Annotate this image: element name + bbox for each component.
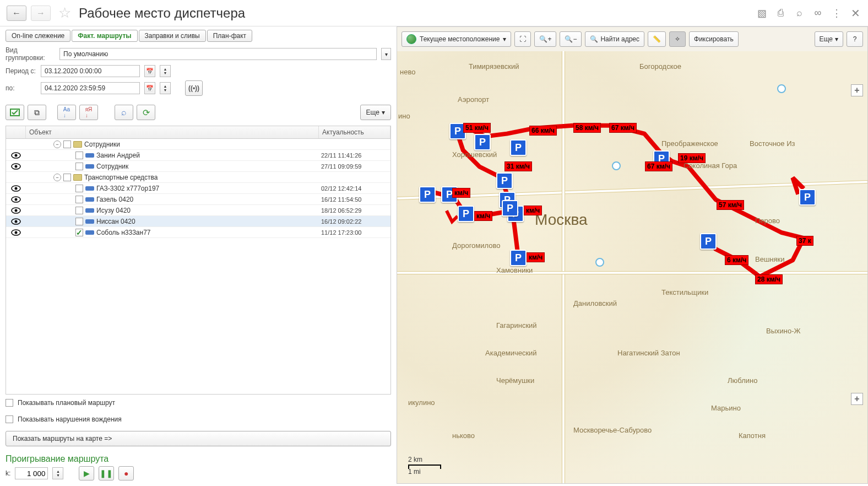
nav-forward[interactable]: → (31, 6, 51, 21)
parking-icon[interactable]: P (510, 139, 527, 156)
checkbox[interactable] (63, 174, 71, 181)
collapse-icon[interactable]: − (53, 141, 61, 148)
k-spinner[interactable]: ▲▼ (52, 467, 63, 479)
map-place-label: Марьино (711, 404, 741, 412)
map-place-label: Аэропорт (458, 95, 489, 104)
preview-icon[interactable]: ⌕ (793, 7, 805, 19)
object-row[interactable]: Сотрудник 27/11 09:09:59 (6, 161, 390, 172)
scale-bar: 2 km 1 mi (408, 456, 441, 476)
map-zoomout-button[interactable]: 🔍− (560, 31, 582, 47)
reload-button[interactable]: ⟳ (137, 105, 155, 120)
tab-online[interactable]: On-line слежение (6, 30, 70, 42)
parking-icon[interactable]: P (474, 134, 491, 150)
parking-icon[interactable]: P (510, 250, 527, 266)
spinner-from[interactable]: ▲▼ (160, 65, 171, 77)
save-icon[interactable]: ▧ (756, 7, 768, 19)
print-icon[interactable]: ⎙ (774, 7, 786, 19)
speed-label: 67 км/ч (609, 123, 637, 133)
col-date[interactable]: Актуальность (319, 126, 390, 138)
eye-icon[interactable] (11, 185, 21, 192)
record-button[interactable]: ● (118, 466, 134, 480)
object-row[interactable]: Занин Андрей 22/11 11:41:26 (6, 150, 390, 161)
map-help-button[interactable]: ? (847, 31, 863, 47)
parking-icon[interactable]: P (700, 233, 717, 250)
map-canvas[interactable]: Москва невоТимирязевскийБогородскоеАэроп… (397, 51, 867, 483)
checkbox[interactable] (75, 163, 83, 170)
map-place-label: Выхино-Ж (766, 327, 801, 335)
object-row[interactable]: ГАЗ-3302 х777ор197 02/12 12:42:14 (6, 183, 390, 194)
tab-fact-routes[interactable]: Факт. маршруты (72, 30, 137, 42)
checkbox-show-planned[interactable] (6, 399, 13, 407)
map-place-label: Богородское (639, 62, 681, 71)
vehicle-icon (85, 197, 94, 202)
folder-icon (73, 174, 82, 181)
show-routes-button[interactable]: Показать маршруты на карте => (6, 431, 391, 446)
object-row[interactable]: ✓Соболь н333ан77 11/12 17:23:00 (6, 227, 390, 238)
pause-button[interactable]: ❚❚ (99, 466, 114, 480)
col-object[interactable]: Объект (26, 126, 319, 138)
zoom-in-button[interactable]: + (851, 84, 863, 96)
copy-button[interactable]: ⧉ (28, 105, 46, 120)
group-select-arrow[interactable]: ▾ (381, 48, 391, 60)
play-button[interactable]: ▶ (79, 466, 94, 480)
checkbox[interactable] (75, 152, 83, 159)
metro-icon (777, 84, 786, 93)
collapse-icon[interactable]: − (53, 174, 61, 181)
object-row[interactable]: Ниссан 0420 16/12 09:02:22 (6, 216, 390, 227)
object-row[interactable]: Газель 0420 16/12 11:54:50 (6, 194, 390, 205)
ruler-button[interactable]: 📏 (648, 31, 666, 47)
parking-icon[interactable]: P (502, 200, 518, 217)
checkbox[interactable] (75, 207, 83, 214)
group-row[interactable]: −Транспортные средства (6, 172, 390, 183)
eye-icon[interactable] (11, 163, 21, 170)
sort-asc-button[interactable]: Аа↓ (57, 105, 76, 120)
k-input[interactable] (15, 467, 48, 479)
calendar-icon[interactable]: 📅 (144, 65, 155, 77)
map-layers-button[interactable]: Текущее местоположение ▾ (402, 31, 511, 47)
spinner-to[interactable]: ▲▼ (160, 82, 171, 94)
eye-icon[interactable] (11, 196, 21, 203)
checkbox-show-violations[interactable] (6, 415, 13, 423)
globe-icon (406, 34, 416, 44)
map-zoomin-button[interactable]: 🔍+ (534, 31, 556, 47)
close-icon[interactable]: ✕ (849, 7, 861, 19)
speed-label: 57 км/ч (717, 200, 744, 210)
favorite-star-icon[interactable]: ☆ (58, 4, 71, 21)
parking-icon[interactable]: P (419, 186, 436, 203)
sort-desc-button[interactable]: яЯ↓ (79, 105, 98, 120)
more-button[interactable]: Еще▾ (360, 105, 391, 120)
eye-icon[interactable] (11, 218, 21, 225)
group-row[interactable]: −Сотрудники (6, 139, 390, 150)
refresh-range-button[interactable]: ((•)) (185, 80, 203, 96)
parking-icon[interactable]: P (799, 189, 816, 206)
map-more-button[interactable]: Еще ▾ (815, 31, 843, 47)
parking-icon[interactable]: P (458, 206, 474, 222)
checkbox[interactable] (63, 141, 71, 148)
zoom-out-button[interactable]: + (851, 393, 863, 405)
calendar-icon[interactable]: 📅 (144, 82, 155, 94)
vehicle-icon (85, 230, 94, 235)
map-fullextent-button[interactable]: ⛶ (514, 31, 531, 47)
checkbox[interactable] (75, 196, 83, 203)
select-all-button[interactable] (6, 105, 24, 120)
checkbox[interactable]: ✓ (75, 229, 83, 236)
fix-button[interactable]: Фиксировать (689, 31, 739, 47)
period-from-input[interactable]: 03.12.2020 0:00:00 (41, 65, 140, 77)
eye-icon[interactable] (11, 229, 21, 236)
menu-icon[interactable]: ⋮ (831, 7, 843, 19)
eye-icon[interactable] (11, 152, 21, 159)
period-to-input[interactable]: 04.12.2020 23:59:59 (41, 82, 140, 94)
checkbox[interactable] (75, 185, 83, 192)
search-button[interactable]: ⌕ (115, 105, 133, 120)
eye-icon[interactable] (11, 207, 21, 214)
nav-back[interactable]: ← (7, 6, 26, 21)
group-select[interactable]: По умолчанию (59, 48, 377, 60)
polygon-button[interactable]: ✧ (669, 31, 686, 47)
object-row[interactable]: Исузу 0420 18/12 06:52:29 (6, 205, 390, 216)
link-icon[interactable]: ∞ (812, 7, 824, 19)
tab-plan-fact[interactable]: План-факт (207, 30, 252, 42)
checkbox[interactable] (75, 218, 83, 225)
parking-icon[interactable]: P (496, 172, 513, 189)
find-address-button[interactable]: 🔍Найти адрес (585, 31, 644, 47)
tab-fuel[interactable]: Заправки и сливы (139, 30, 206, 42)
